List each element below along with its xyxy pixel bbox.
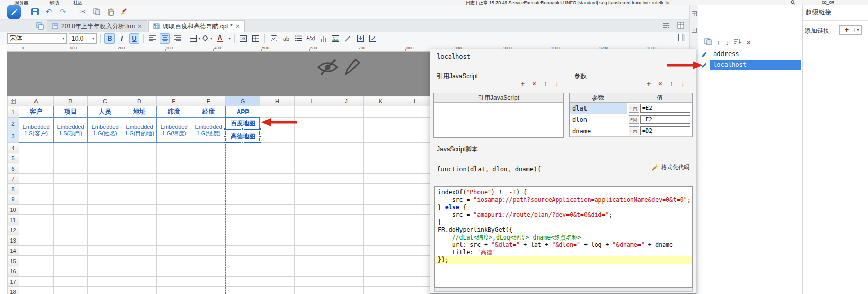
paste-button[interactable]	[105, 6, 116, 17]
grid-cell[interactable]	[191, 287, 226, 294]
grid-cell-F2[interactable]: Embedded1.G(经度)	[191, 118, 226, 143]
grid-cell[interactable]	[226, 215, 260, 225]
grid-cell[interactable]	[329, 266, 364, 277]
grid-cell[interactable]	[364, 235, 398, 246]
grid-cell-I1[interactable]	[295, 106, 329, 118]
move-up-icon[interactable]: ↑	[667, 80, 676, 87]
add-icon[interactable]: +	[519, 80, 527, 87]
grid-cell[interactable]	[398, 266, 433, 277]
underline-button[interactable]: U	[129, 33, 139, 44]
grid-cell[interactable]	[329, 184, 364, 194]
italic-button[interactable]: I	[117, 33, 127, 44]
column-header-I[interactable]: I	[295, 96, 329, 106]
grid-cell[interactable]	[329, 215, 364, 225]
hidden-eye-icon[interactable]	[316, 56, 340, 79]
grid-cell[interactable]	[295, 184, 329, 194]
grid-cell[interactable]	[295, 256, 329, 266]
grid-cell[interactable]	[260, 184, 295, 194]
grid-cell[interactable]	[122, 235, 157, 246]
tab-income-analysis[interactable]: 2018年上半年收入分析.frm	[47, 20, 147, 32]
grid-cell[interactable]	[364, 174, 398, 184]
grid-cell[interactable]	[398, 277, 433, 287]
grid-cell[interactable]	[191, 235, 226, 246]
grid-cell[interactable]	[191, 215, 226, 225]
edit-pencil-icon[interactable]	[699, 49, 710, 60]
grid-cell[interactable]	[19, 205, 54, 215]
grid-cell[interactable]	[364, 118, 398, 130]
grid-cell[interactable]	[398, 225, 433, 235]
grid-cell[interactable]	[157, 194, 191, 205]
row-header-12[interactable]: 12	[8, 225, 19, 235]
row-header-2[interactable]: 2	[8, 118, 19, 130]
edit-pencil-large-icon[interactable]	[344, 57, 361, 78]
delete-link-icon[interactable]: ×	[747, 39, 751, 46]
grid-cell[interactable]	[260, 225, 295, 235]
grid-cell[interactable]	[295, 235, 329, 246]
column-header-F[interactable]: F	[191, 96, 226, 106]
grid-cell[interactable]	[88, 246, 122, 256]
grid-cell[interactable]	[157, 215, 191, 225]
param-name[interactable]: dlon	[570, 114, 627, 125]
grid-cell-G1[interactable]: APP	[226, 106, 260, 118]
row-header-5[interactable]: 5	[8, 153, 19, 163]
cut-button[interactable]: ✂	[77, 6, 88, 17]
grid-cell[interactable]	[295, 194, 329, 205]
grid-cell[interactable]	[364, 143, 398, 153]
grid-cell[interactable]	[19, 153, 54, 163]
grid-cell[interactable]	[364, 256, 398, 266]
grid-cell[interactable]	[295, 246, 329, 256]
grid-cell[interactable]	[157, 153, 191, 163]
grid-cell[interactable]	[191, 153, 226, 163]
grid-cell[interactable]	[122, 287, 157, 294]
grid-cell[interactable]	[122, 163, 157, 174]
grid-cell-A1[interactable]: 客户	[19, 106, 54, 118]
grid-cell-L1[interactable]	[398, 106, 433, 118]
grid-cell[interactable]	[54, 277, 88, 287]
chart-icon[interactable]	[318, 33, 328, 44]
grid-cell[interactable]	[54, 266, 88, 277]
menu-item-help[interactable]: 帮助	[49, 0, 59, 5]
param-name[interactable]: dlat	[570, 103, 627, 114]
align-right-icon[interactable]	[172, 33, 182, 44]
grid-cell[interactable]	[364, 130, 398, 143]
panel-toggle-icon[interactable]	[678, 34, 689, 43]
move-down-icon[interactable]: ↓	[553, 80, 561, 87]
grid-cell-C2[interactable]: Embedded1.G(姓名)	[88, 118, 122, 143]
grid-cell[interactable]	[364, 153, 398, 163]
column-header-H[interactable]: H	[260, 96, 295, 106]
merge-cells-icon[interactable]	[238, 33, 249, 44]
move-up-icon[interactable]: ↑	[717, 39, 720, 46]
grid-cell[interactable]	[226, 256, 260, 266]
grid-cell[interactable]	[191, 225, 226, 235]
format-code-button[interactable]: 格式化代码	[651, 163, 689, 171]
grid-cell[interactable]	[157, 266, 191, 277]
grid-cell[interactable]	[329, 225, 364, 235]
copy-link-icon[interactable]	[704, 38, 712, 47]
grid-cell[interactable]	[88, 256, 122, 266]
grid-cell[interactable]	[157, 143, 191, 153]
grid-cell[interactable]	[364, 225, 398, 235]
row-header-18[interactable]: 18	[8, 287, 19, 294]
grid-cell-E1[interactable]: 纬度	[157, 106, 191, 118]
grid-cell[interactable]	[398, 163, 433, 174]
grid-cell[interactable]	[88, 287, 122, 294]
grid-cell[interactable]	[157, 256, 191, 266]
grid-cell[interactable]	[295, 266, 329, 277]
code-editor-scrollbar[interactable]	[434, 288, 693, 292]
grid-cell[interactable]	[54, 153, 88, 163]
grid-cell[interactable]	[260, 143, 295, 153]
copy-button[interactable]	[91, 6, 102, 17]
grid-cell[interactable]	[260, 246, 295, 256]
grid-cell[interactable]	[329, 246, 364, 256]
column-header-G[interactable]: G	[226, 96, 260, 106]
grid-cell[interactable]	[54, 256, 88, 266]
save-button[interactable]	[29, 6, 41, 17]
grid-cell[interactable]	[329, 205, 364, 215]
ab-text-icon[interactable]: ab	[281, 33, 291, 44]
param-value-input[interactable]: =F2	[640, 115, 690, 124]
grid-cell[interactable]	[54, 205, 88, 215]
grid-cell[interactable]	[88, 153, 122, 163]
column-header-A[interactable]: A	[19, 96, 54, 106]
row-header-8[interactable]: 8	[8, 184, 19, 194]
row-header-4[interactable]: 4	[8, 143, 19, 153]
